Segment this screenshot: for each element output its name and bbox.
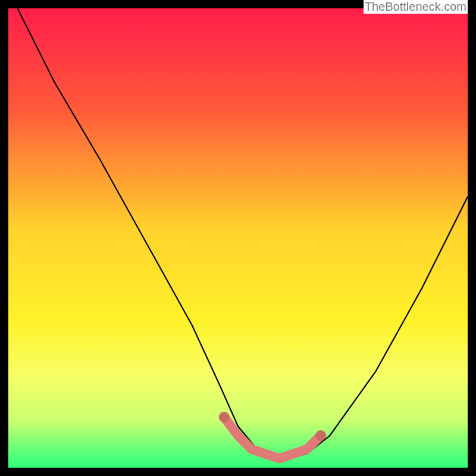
bottleneck-plot: [8, 8, 468, 468]
watermark: TheBottleneck.com: [364, 0, 468, 14]
optimal-range-start-dot: [219, 412, 230, 422]
chart-frame: [8, 8, 468, 468]
optimal-range-end-dot: [315, 430, 326, 441]
gradient-background: [8, 8, 468, 468]
